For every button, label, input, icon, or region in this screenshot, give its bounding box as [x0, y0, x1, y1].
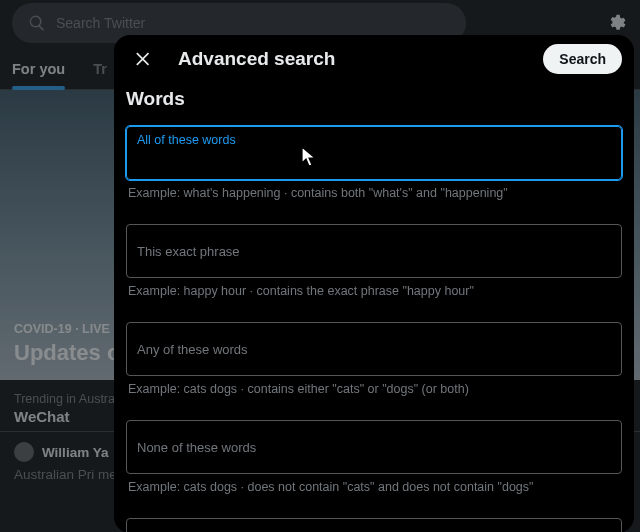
- search-button[interactable]: Search: [543, 44, 622, 74]
- field-label: None of these words: [137, 440, 256, 455]
- field-label: This exact phrase: [137, 244, 240, 259]
- none-of-these-words-input[interactable]: None of these words: [126, 420, 622, 474]
- field-example: Example: cats dogs · does not contain "c…: [128, 480, 620, 494]
- advanced-search-modal: Advanced search Search Words All of thes…: [114, 35, 634, 532]
- close-button[interactable]: [126, 42, 160, 76]
- field-example: Example: cats dogs · contains either "ca…: [128, 382, 620, 396]
- all-of-these-words-input[interactable]: All of these words: [126, 126, 622, 180]
- section-heading-words: Words: [126, 88, 622, 110]
- any-of-these-words-input[interactable]: Any of these words: [126, 322, 622, 376]
- modal-title: Advanced search: [178, 48, 335, 70]
- close-icon: [133, 49, 153, 69]
- field-label: Any of these words: [137, 342, 248, 357]
- these-hashtags-input[interactable]: These hashtags: [126, 518, 622, 532]
- this-exact-phrase-input[interactable]: This exact phrase: [126, 224, 622, 278]
- field-label: All of these words: [137, 133, 236, 147]
- field-example: Example: what's happening · contains bot…: [128, 186, 620, 200]
- field-example: Example: happy hour · contains the exact…: [128, 284, 620, 298]
